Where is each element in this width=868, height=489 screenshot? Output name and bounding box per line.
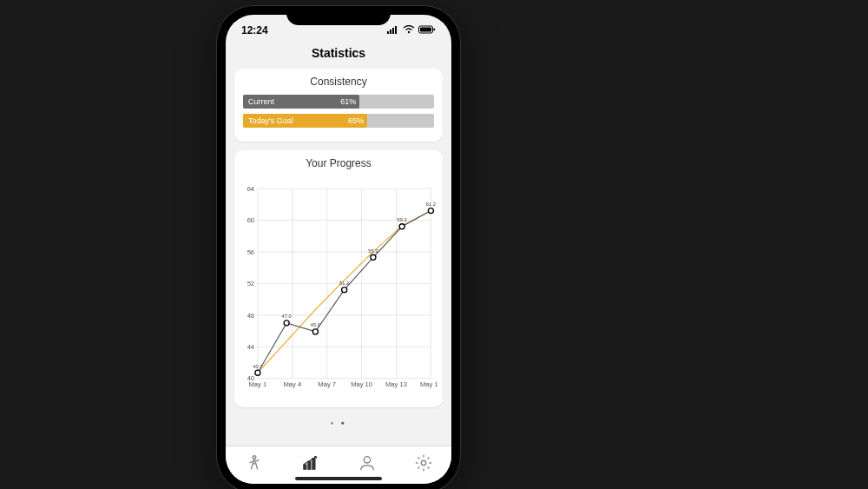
status-right-cluster xyxy=(387,24,436,36)
svg-rect-49 xyxy=(303,465,306,470)
page-indicator: ● ● xyxy=(234,416,443,429)
svg-text:59.2: 59.2 xyxy=(398,217,407,222)
progress-chart-svg: 40444852566064May 1May 4May 7May 10May 1… xyxy=(240,176,437,402)
goal-bar-value: 65% xyxy=(348,116,364,125)
svg-rect-7 xyxy=(420,27,431,31)
svg-point-53 xyxy=(421,460,426,466)
svg-text:May 7: May 7 xyxy=(318,380,336,388)
svg-text:60: 60 xyxy=(247,216,254,224)
content: Consistency Current 61% Today's Goal 65%… xyxy=(226,69,451,446)
nav-settings[interactable] xyxy=(414,453,433,476)
phone-frame: 12:24 Statistics Consistency Curren xyxy=(217,6,460,490)
progress-chart: 40444852566064May 1May 4May 7May 10May 1… xyxy=(240,176,437,402)
current-bar-fill: Current 61% xyxy=(243,95,359,109)
svg-point-36 xyxy=(284,320,289,325)
progress-card: Your Progress 40444852566064May 1May 4Ma… xyxy=(234,150,443,407)
svg-text:May 10: May 10 xyxy=(351,380,372,388)
svg-point-46 xyxy=(428,208,433,213)
svg-text:55.3: 55.3 xyxy=(368,248,378,253)
svg-rect-50 xyxy=(307,461,310,469)
svg-point-40 xyxy=(342,287,347,292)
svg-text:52: 52 xyxy=(247,280,254,287)
goal-bar-track: Today's Goal 65% xyxy=(243,114,434,128)
nav-profile[interactable] xyxy=(358,453,377,476)
svg-text:44: 44 xyxy=(247,343,254,351)
battery-icon xyxy=(418,24,436,36)
goal-bar-fill: Today's Goal 65% xyxy=(243,114,367,128)
svg-text:May 13: May 13 xyxy=(385,380,407,388)
svg-rect-3 xyxy=(395,26,397,34)
svg-text:64: 64 xyxy=(247,184,254,192)
home-indicator[interactable] xyxy=(295,477,382,480)
svg-point-38 xyxy=(312,328,318,334)
nav-stats[interactable] xyxy=(301,453,320,476)
svg-rect-0 xyxy=(387,31,389,34)
current-bar-value: 61% xyxy=(340,97,356,106)
signal-icon xyxy=(387,24,399,36)
notch xyxy=(286,6,391,25)
svg-rect-6 xyxy=(434,28,436,30)
svg-text:61.2: 61.2 xyxy=(426,201,436,206)
status-time: 12:24 xyxy=(241,24,268,36)
svg-text:56: 56 xyxy=(247,248,254,255)
svg-rect-2 xyxy=(392,28,394,34)
svg-text:40.7: 40.7 xyxy=(253,363,262,368)
consistency-title: Consistency xyxy=(243,76,434,88)
current-bar-label: Current xyxy=(248,97,274,106)
svg-rect-1 xyxy=(390,30,391,34)
svg-text:May 4: May 4 xyxy=(283,380,301,388)
svg-text:47.0: 47.0 xyxy=(282,314,292,319)
svg-rect-51 xyxy=(312,459,314,470)
svg-text:May 1: May 1 xyxy=(249,380,267,388)
svg-text:51.2: 51.2 xyxy=(339,280,349,285)
svg-text:48: 48 xyxy=(247,311,254,319)
svg-point-42 xyxy=(371,254,376,260)
svg-point-34 xyxy=(255,370,260,375)
svg-text:May 16: May 16 xyxy=(420,380,437,388)
svg-point-44 xyxy=(399,223,404,228)
svg-point-52 xyxy=(364,457,370,463)
svg-text:45.9: 45.9 xyxy=(311,322,320,327)
progress-title: Your Progress xyxy=(240,157,437,169)
screen: 12:24 Statistics Consistency Curren xyxy=(226,15,451,484)
nav-activity[interactable] xyxy=(245,453,264,476)
goal-bar-label: Today's Goal xyxy=(248,116,293,125)
current-bar-track: Current 61% xyxy=(243,95,434,109)
wifi-icon xyxy=(403,24,415,36)
consistency-card: Consistency Current 61% Today's Goal 65% xyxy=(234,69,443,142)
page-title: Statistics xyxy=(226,41,451,69)
svg-point-4 xyxy=(408,30,410,32)
